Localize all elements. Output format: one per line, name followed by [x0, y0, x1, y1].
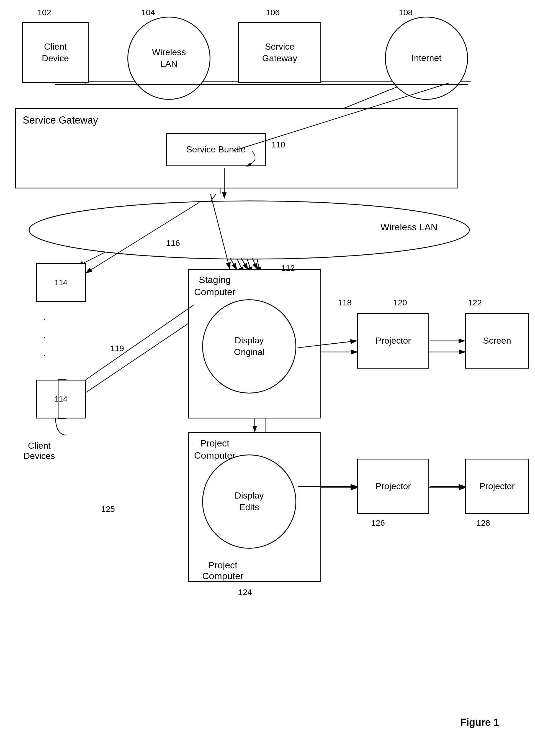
ref-128: 128: [476, 518, 490, 528]
ref-112: 112: [281, 263, 295, 273]
projector-128-label: Projector: [479, 481, 515, 492]
screen-122-label: Screen: [483, 335, 511, 347]
ref-110: 110: [271, 140, 285, 149]
ref-108: 108: [399, 8, 412, 17]
display-edits-label: DisplayEdits: [235, 490, 264, 513]
ref-102: 102: [37, 8, 51, 17]
projector-128-box: Projector: [465, 459, 529, 514]
project-computer-label: ProjectComputer: [194, 437, 235, 462]
ref-120: 120: [393, 298, 407, 307]
node-114b-box: 114: [36, 380, 86, 418]
client-devices-label: ClientDevices: [23, 440, 55, 461]
wireless-lan-top-label: WirelessLAN: [152, 46, 186, 70]
wireless-lan-ellipse-container: Wireless LAN: [28, 199, 471, 260]
ref-125: 125: [101, 504, 115, 514]
ref-126: 126: [371, 518, 385, 528]
ref-122: 122: [468, 298, 482, 307]
ref-124: 124: [238, 588, 252, 597]
node-114a-box: 114: [36, 263, 86, 302]
ref-116: 116: [166, 238, 180, 248]
ref-118: 118: [338, 298, 352, 307]
projector-118-label: Projector: [376, 335, 411, 347]
projector-126-box: Projector: [357, 459, 429, 514]
node-114a-label: 114: [55, 278, 68, 287]
screen-122-box: Screen: [465, 313, 529, 369]
wireless-lan-circle-top: WirelessLAN: [127, 16, 211, 100]
projector-118-box: Projector: [357, 313, 429, 369]
service-bundle-label: Service Bundle: [186, 144, 246, 156]
display-original-label: DisplayOriginal: [234, 335, 265, 358]
internet-label: Internet: [411, 52, 442, 64]
node-114b-label: 114: [55, 394, 68, 404]
projector-126-label: Projector: [376, 481, 411, 492]
service-gateway-box-top: ServiceGateway: [238, 22, 321, 83]
service-bundle-box: Service Bundle: [166, 133, 266, 166]
ref-106: 106: [266, 8, 280, 17]
ref-119: 119: [110, 344, 124, 353]
display-original-circle: DisplayOriginal: [202, 299, 296, 394]
client-device-label: ClientDevice: [42, 41, 69, 64]
service-gateway-large-label: Service Gateway: [23, 114, 98, 127]
wireless-lan-ellipse-label: Wireless LAN: [380, 222, 437, 232]
internet-circle: Internet: [385, 16, 468, 100]
staging-computer-label: StagingComputer: [194, 274, 235, 298]
service-gateway-top-label: ServiceGateway: [262, 41, 297, 64]
project-computer-text: ProjectComputer: [202, 560, 243, 581]
ellipsis-dots: ···: [43, 310, 46, 364]
display-edits-circle: DisplayEdits: [202, 454, 296, 549]
figure-label: Figure 1: [460, 717, 499, 728]
client-device-box: ClientDevice: [22, 22, 89, 83]
ref-104: 104: [141, 8, 155, 17]
